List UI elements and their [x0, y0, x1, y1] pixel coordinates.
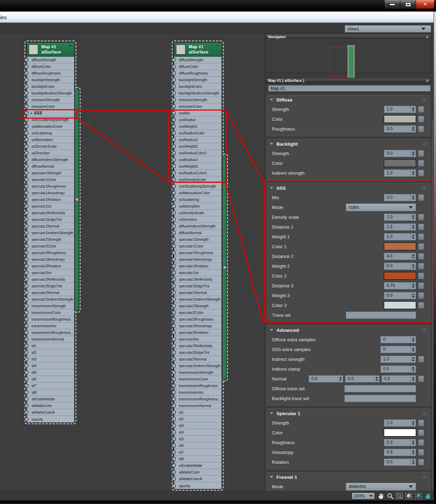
slot-socket-icon[interactable]	[172, 284, 176, 288]
node-slot[interactable]: specular2Normal	[174, 356, 221, 363]
node-slot[interactable]: specular1IndirectStrength	[174, 296, 221, 303]
node-slot[interactable]: diffuseIndirectStrength	[27, 156, 74, 163]
text-field[interactable]	[346, 312, 416, 319]
slot-socket-icon[interactable]	[24, 171, 29, 175]
node-slot[interactable]: transmissionRoughness	[174, 383, 221, 389]
node-slot[interactable]: specular2IndirectStrength	[174, 363, 221, 369]
slot-socket-icon[interactable]	[24, 264, 29, 268]
node-slot[interactable]: specular2Reflectivity	[174, 343, 221, 349]
node-slot[interactable]: specular1Roughness	[27, 183, 74, 190]
node-slot[interactable]: diffuseRoughness	[174, 70, 221, 77]
slot-socket-icon[interactable]	[172, 191, 176, 195]
spinner-field[interactable]: 1.0	[384, 106, 416, 113]
node-slot[interactable]: specular2Ior	[27, 270, 74, 276]
node-slot[interactable]: specular1Color	[27, 176, 74, 183]
zoom-extents-selected-icon[interactable]	[415, 492, 423, 500]
node-slot[interactable]: id3	[27, 356, 74, 363]
slot-socket-icon[interactable]	[172, 450, 176, 454]
rollout-header[interactable]: Diffuse	[267, 95, 430, 104]
slot-socket-icon[interactable]	[24, 84, 29, 89]
color-swatch[interactable]	[384, 429, 416, 436]
slot-socket-icon[interactable]	[172, 384, 176, 388]
slot-socket-icon[interactable]	[24, 324, 29, 328]
collapse-node-button[interactable]: −	[216, 43, 219, 48]
node-slot[interactable]: specular1Rotation	[27, 196, 74, 203]
slot-socket-icon[interactable]	[24, 404, 29, 408]
slot-socket-icon[interactable]	[24, 184, 29, 188]
node-slot[interactable]: aiMatteColorA	[27, 409, 74, 416]
text-field[interactable]	[344, 385, 416, 392]
node-slot[interactable]: diffuseNormal	[27, 163, 74, 170]
node-slot[interactable]: specular2Reflectivity	[27, 276, 74, 283]
spinner-field[interactable]: 1.0	[384, 169, 416, 177]
map-slot-button[interactable]	[418, 273, 424, 279]
slot-socket-icon[interactable]	[172, 151, 176, 155]
slot-socket-icon[interactable]	[24, 204, 29, 208]
node-slot[interactable]: specular1Rotation	[174, 263, 221, 270]
minimize-button[interactable]	[385, 0, 400, 9]
spinner-field[interactable]: 0.5	[384, 449, 416, 456]
node-slot[interactable]: id1	[174, 409, 221, 416]
node-slot[interactable]: ssInScatteringStrength	[27, 117, 74, 123]
map-slot-button[interactable]	[418, 224, 424, 230]
pan-hand-icon[interactable]	[377, 492, 385, 500]
slot-socket-icon[interactable]	[172, 324, 176, 328]
slot-socket-icon[interactable]	[24, 224, 29, 228]
slot-socket-icon[interactable]	[172, 310, 176, 315]
spinner-field[interactable]: 0.0	[384, 292, 416, 299]
slot-socket-icon[interactable]	[172, 217, 176, 222]
spinner-field[interactable]: 0	[380, 336, 416, 343]
node-slot[interactable]: id5	[27, 369, 74, 376]
node-slot[interactable]: transmissionRoughness...	[27, 329, 74, 336]
node-slot[interactable]: specular2Normal	[27, 289, 74, 296]
node-slot[interactable]: aiMatteColor	[174, 469, 221, 476]
collapse-node-button[interactable]: −	[69, 43, 72, 48]
slot-socket-icon[interactable]	[172, 377, 176, 381]
slot-socket-icon[interactable]	[24, 217, 29, 222]
node-slot[interactable]: backlightIndirectStrength	[27, 90, 74, 97]
slot-socket-icon[interactable]	[24, 104, 29, 108]
close-button[interactable]: ✕	[416, 0, 434, 9]
slot-socket-icon[interactable]	[24, 417, 29, 421]
pan-hand-active-icon[interactable]	[424, 492, 432, 500]
map-slot-button[interactable]	[418, 106, 424, 113]
node-slot[interactable]: id4	[27, 363, 74, 369]
map-slot-button[interactable]	[418, 263, 424, 270]
spinner-field[interactable]: 1.0	[380, 356, 416, 363]
slot-socket-icon[interactable]	[24, 370, 29, 374]
slot-socket-icon[interactable]	[172, 417, 176, 421]
slot-socket-icon[interactable]	[172, 404, 176, 408]
spinner-field[interactable]: 0.3	[384, 439, 416, 446]
slot-socket-icon[interactable]	[172, 437, 176, 441]
slot-socket-icon[interactable]	[172, 430, 176, 434]
node-slot[interactable]: id4	[174, 429, 221, 436]
node-slot[interactable]: emissionStrength	[174, 97, 221, 103]
node-slot[interactable]: specular1EdgeTint	[174, 283, 221, 289]
node-slot[interactable]: diffuseStrength	[174, 57, 221, 63]
node-slot[interactable]: transmissionRoughness...	[174, 396, 221, 402]
slot-socket-icon[interactable]	[24, 231, 29, 235]
node-slot[interactable]: sssRadiusColor2	[174, 150, 221, 156]
slot-socket-icon[interactable]	[24, 317, 29, 321]
node-slot[interactable]: specular2Ior	[174, 336, 221, 343]
node-slot[interactable]: diffuseNormal	[174, 230, 221, 236]
node-slot[interactable]: emissionColor	[174, 103, 221, 110]
slot-socket-icon[interactable]	[172, 231, 176, 235]
node-slot[interactable]: specular2Roughness	[174, 316, 221, 323]
slot-socket-icon[interactable]	[24, 344, 29, 348]
node-slot[interactable]: specular1Ior	[27, 203, 74, 210]
spinner-field[interactable]: 0.0	[345, 375, 380, 383]
node-slot[interactable]: sssRadius3	[174, 156, 221, 163]
node-slot[interactable]: ssDirection	[174, 216, 221, 223]
map-slot-button[interactable]	[418, 302, 424, 309]
node-slot[interactable]: specular1Strength	[174, 236, 221, 243]
slot-socket-icon[interactable]	[172, 304, 176, 308]
slot-socket-icon[interactable]	[172, 297, 176, 301]
node-slot[interactable]: diffuseColor	[27, 63, 74, 70]
node-slot[interactable]: sssRadius2	[174, 136, 221, 143]
slot-socket-icon[interactable]	[172, 204, 176, 208]
node-slot[interactable]: specular2Color	[27, 243, 74, 250]
material-node-left[interactable]: Map #1 alSurface − diffuseStrength diffu…	[27, 42, 75, 423]
slot-socket-icon[interactable]	[172, 344, 176, 348]
node-slot[interactable]: ssDirection	[27, 150, 74, 156]
